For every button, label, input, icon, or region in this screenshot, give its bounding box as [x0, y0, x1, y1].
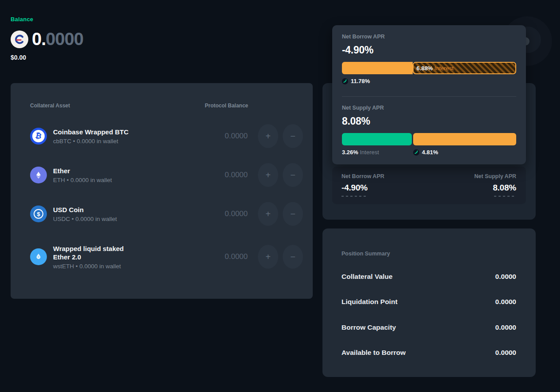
table-row-cbbtc: ₿ Coinbase Wrapped BTC cbBTC • 0.0000 in… [11, 123, 313, 149]
supply-plus-button[interactable]: + [258, 202, 278, 226]
protocol-balance-value: 0.0000 [225, 252, 248, 261]
collateral-panel: Collateral Asset Protocol Balance ₿ Coin… [11, 83, 313, 299]
usdc-icon: $ [30, 206, 47, 222]
table-row-eth: Ether ETH • 0.0000 in wallet 0.0000 + − [11, 162, 313, 188]
withdraw-minus-button[interactable]: − [283, 124, 303, 148]
withdraw-minus-button[interactable]: − [283, 245, 303, 269]
net-borrow-apr-value[interactable]: -4.90% [341, 183, 384, 193]
balance-label: Balance [11, 16, 33, 23]
asset-text: Ether ETH • 0.0000 in wallet [53, 167, 112, 183]
asset-text: Coinbase Wrapped BTC cbBTC • 0.0000 in w… [53, 128, 129, 145]
supply-interest-label: 3.26% Interest [342, 149, 379, 156]
supply-interest-word: Interest [360, 149, 379, 156]
supply-bar-reward-segment [413, 133, 516, 145]
eurc-logo-glyph [14, 34, 25, 45]
protocol-balance-value: 0.0000 [225, 209, 248, 218]
supply-bar-interest-segment [342, 133, 412, 145]
asset-text: Wrapped liquid staked Ether 2.0 wstETH •… [53, 244, 135, 269]
borrow-interest-pct: 6.88% [417, 65, 433, 72]
net-supply-apr-value: 8.08% [342, 115, 516, 127]
asset-name: Ether [53, 167, 112, 175]
summary-row-liquidation-point: Liquidation Point 0.0000 [341, 297, 516, 306]
net-supply-apr-summary: Net Supply APR 8.08% [474, 173, 516, 197]
supply-interest-pct: 3.26% [342, 149, 358, 156]
summary-row-label: Available to Borrow [341, 349, 406, 357]
net-borrow-apr-summary: Net Borrow APR -4.90% [341, 173, 384, 197]
balance-amount: 0.0000 [32, 29, 83, 49]
eth-icon [30, 167, 47, 183]
summary-row-available-to-borrow: Available to Borrow 0.0000 [341, 348, 516, 357]
eth-glyph [34, 171, 43, 179]
supply-reward-line: 4.81% [413, 149, 438, 156]
withdraw-minus-button[interactable]: − [283, 163, 303, 187]
summary-row-label: Borrow Capacity [341, 323, 396, 331]
borrow-apr-bar: 6.88% Interest [342, 62, 516, 74]
table-row-wsteth: Wrapped liquid staked Ether 2.0 wstETH •… [11, 240, 313, 273]
borrow-reward-pct: 11.78% [351, 78, 370, 84]
wsteth-glyph [34, 252, 43, 261]
comp-token-icon [413, 149, 419, 156]
summary-row-value: 0.0000 [495, 298, 516, 306]
protocol-balance-value: 0.0000 [225, 132, 248, 141]
apr-summary-panel: Net Borrow APR -4.90% Net Supply APR 8.0… [332, 167, 526, 204]
summary-row-label: Collateral Value [341, 273, 392, 281]
comp-token-icon [342, 78, 348, 84]
asset-subtitle: cbBTC • 0.0000 in wallet [53, 138, 129, 145]
asset-subtitle: wstETH • 0.0000 in wallet [53, 263, 135, 269]
net-borrow-apr-value: -4.90% [342, 44, 516, 56]
protocol-balance-value: 0.0000 [225, 171, 248, 179]
balance-row: 0.0000 [11, 29, 83, 49]
net-supply-apr-section: Net Supply APR 8.08% 3.26% Interest 4.81… [342, 105, 516, 156]
net-borrow-apr-section: Net Borrow APR -4.90% 6.88% Interest 11.… [342, 34, 516, 84]
borrow-tooltip-underline [341, 196, 367, 197]
popover-divider [342, 96, 516, 97]
borrow-reward-line: 11.78% [342, 78, 516, 84]
balance-amount-frac: 0000 [46, 29, 83, 49]
withdraw-minus-button[interactable]: − [283, 202, 303, 226]
table-row-usdc: $ USD Coin USDC • 0.0000 in wallet 0.000… [11, 201, 313, 227]
supply-bar-labels: 3.26% Interest 4.81% [342, 149, 516, 156]
borrow-bar-solid-segment [342, 62, 413, 74]
supply-plus-button[interactable]: + [258, 163, 278, 187]
app-root: Balance 0.0000 $0.00 Collateral Asset Pr… [0, 0, 560, 392]
borrow-interest-word: Interest [434, 65, 453, 72]
eurc-icon [11, 30, 28, 48]
col-header-asset: Collateral Asset [30, 103, 70, 109]
supply-plus-button[interactable]: + [258, 124, 278, 148]
summary-row-value: 0.0000 [495, 323, 516, 331]
supply-apr-bar [342, 133, 516, 145]
asset-name: Coinbase Wrapped BTC [53, 128, 129, 137]
borrow-bar-hatched-segment: 6.88% Interest [413, 62, 516, 74]
summary-row-borrow-capacity: Borrow Capacity 0.0000 [341, 323, 516, 332]
asset-name: USD Coin [53, 206, 117, 214]
supply-plus-button[interactable]: + [258, 245, 278, 269]
net-supply-apr-label: Net Supply APR [474, 173, 516, 179]
position-summary-card: Position Summary Collateral Value 0.0000… [322, 228, 536, 377]
summary-row-collateral-value: Collateral Value 0.0000 [341, 272, 516, 281]
net-borrow-apr-label: Net Borrow APR [341, 173, 384, 179]
asset-subtitle: USDC • 0.0000 in wallet [53, 216, 117, 222]
col-header-protocol-balance: Protocol Balance [205, 103, 248, 109]
apr-breakdown-popover: Net Borrow APR -4.90% 6.88% Interest 11.… [332, 25, 526, 164]
balance-usd-value: $0.00 [11, 54, 26, 61]
asset-subtitle: ETH • 0.0000 in wallet [53, 177, 112, 183]
summary-row-value: 0.0000 [495, 273, 516, 281]
position-summary-title: Position Summary [341, 251, 390, 257]
summary-row-label: Liquidation Point [341, 298, 398, 306]
supply-reward-pct: 4.81% [422, 149, 438, 156]
borrow-interest-label: 6.88% Interest [417, 65, 454, 72]
cbbtc-icon: ₿ [30, 128, 47, 145]
balance-amount-int: 0. [32, 29, 46, 49]
net-supply-apr-label: Net Supply APR [342, 105, 516, 111]
summary-row-value: 0.0000 [495, 349, 516, 357]
asset-text: USD Coin USDC • 0.0000 in wallet [53, 206, 117, 222]
asset-name: Wrapped liquid staked Ether 2.0 [53, 244, 135, 261]
net-supply-apr-value[interactable]: 8.08% [474, 183, 516, 193]
net-borrow-apr-label: Net Borrow APR [342, 34, 516, 40]
supply-tooltip-underline [494, 196, 516, 197]
wsteth-icon [30, 248, 47, 265]
